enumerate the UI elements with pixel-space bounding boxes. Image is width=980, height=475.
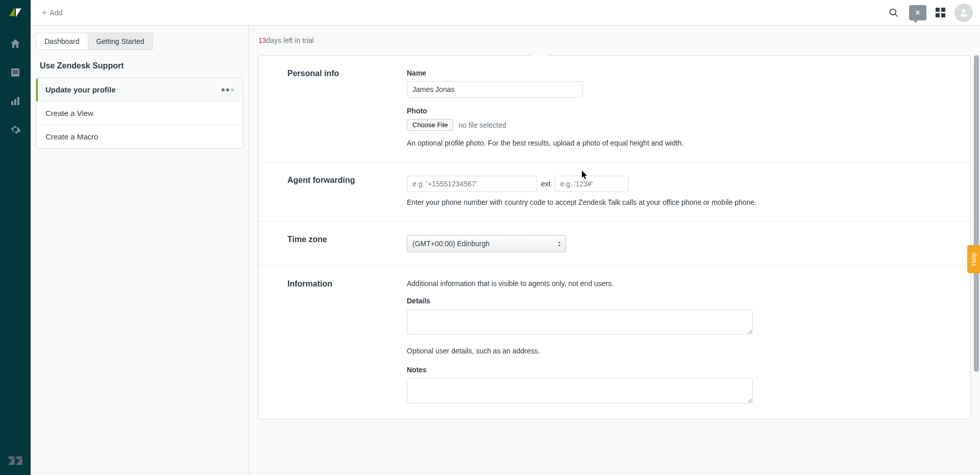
svg-point-6 <box>890 9 896 15</box>
svg-rect-3 <box>11 101 13 105</box>
name-label: Name <box>407 69 942 77</box>
step-label: Create a Macro <box>45 132 98 141</box>
details-help-text: Optional user details, such as an addres… <box>407 346 942 357</box>
scrollbar-thumb[interactable] <box>974 55 979 372</box>
svg-rect-4 <box>14 99 16 105</box>
information-desc: Additional information that is visible t… <box>407 279 942 288</box>
help-tab[interactable]: Help <box>967 245 980 273</box>
step-list: Update your profile Create a View Create… <box>36 78 243 149</box>
ext-input[interactable] <box>555 176 629 192</box>
zendesk-logo-icon[interactable] <box>8 5 22 19</box>
add-label: Add <box>50 9 62 17</box>
nav-rail <box>0 0 31 475</box>
trial-days: 13 <box>258 36 266 44</box>
profile-form-card: Personal info Name Photo Choose File <box>258 55 971 419</box>
search-icon[interactable] <box>888 7 900 19</box>
svg-point-8 <box>962 9 966 13</box>
section-information: Information <box>287 279 407 406</box>
details-textarea[interactable] <box>407 309 753 335</box>
forwarding-help-text: Enter your phone number with country cod… <box>407 197 942 208</box>
name-input[interactable] <box>407 81 583 98</box>
photo-label: Photo <box>407 107 942 115</box>
svg-rect-2 <box>13 73 18 74</box>
notes-textarea[interactable] <box>407 378 753 403</box>
ext-label: ext <box>541 180 551 188</box>
tab-dashboard[interactable]: Dashboard <box>36 33 88 50</box>
nav-home[interactable] <box>0 30 31 58</box>
apps-grid-icon[interactable] <box>936 8 945 17</box>
photo-help-text: An optional profile photo. For the best … <box>407 138 942 149</box>
phone-input[interactable] <box>407 176 537 192</box>
file-status: no file selected <box>458 121 506 129</box>
topbar: + Add ✕ <box>31 0 980 26</box>
section-title: Use Zendesk Support <box>36 59 243 78</box>
plus-icon: + <box>42 8 46 17</box>
chat-notification-icon[interactable]: ✕ <box>909 5 926 20</box>
section-timezone: Time zone <box>287 235 407 252</box>
nav-views[interactable] <box>0 58 31 87</box>
step-create-view[interactable]: Create a View <box>36 102 243 125</box>
add-button[interactable]: + Add <box>38 5 66 20</box>
choose-file-button[interactable]: Choose File <box>407 119 453 131</box>
select-arrows-icon: ▴▾ <box>558 240 560 247</box>
progress-dots-icon <box>222 88 234 91</box>
svg-rect-5 <box>17 97 19 105</box>
content-area: 13 days left in trial Personal info Name <box>249 26 980 475</box>
timezone-select[interactable]: (GMT+00:00) Edinburgh ▴▾ <box>407 235 566 252</box>
trial-bar: 13 days left in trial <box>249 26 980 55</box>
left-panel: Dashboard Getting Started Use Zendesk Su… <box>31 26 249 475</box>
svg-rect-1 <box>13 70 18 72</box>
timezone-value: (GMT+00:00) Edinburgh <box>412 240 489 248</box>
section-agent-forwarding: Agent forwarding <box>287 176 407 208</box>
section-personal-info: Personal info <box>287 69 407 149</box>
step-create-macro[interactable]: Create a Macro <box>36 125 243 148</box>
nav-reporting[interactable] <box>0 87 31 115</box>
tab-getting-started[interactable]: Getting Started <box>88 33 153 50</box>
notes-label: Notes <box>407 366 942 374</box>
nav-admin[interactable] <box>0 115 31 144</box>
details-label: Details <box>407 297 942 305</box>
close-x-icon: ✕ <box>915 9 920 16</box>
svg-line-7 <box>895 14 898 16</box>
user-avatar[interactable] <box>954 4 973 22</box>
step-label: Update your profile <box>45 85 116 94</box>
step-update-profile[interactable]: Update your profile <box>36 78 243 102</box>
zendesk-footer-icon[interactable] <box>0 446 31 475</box>
step-label: Create a View <box>45 109 93 117</box>
trial-text: days left in trial <box>266 36 314 44</box>
